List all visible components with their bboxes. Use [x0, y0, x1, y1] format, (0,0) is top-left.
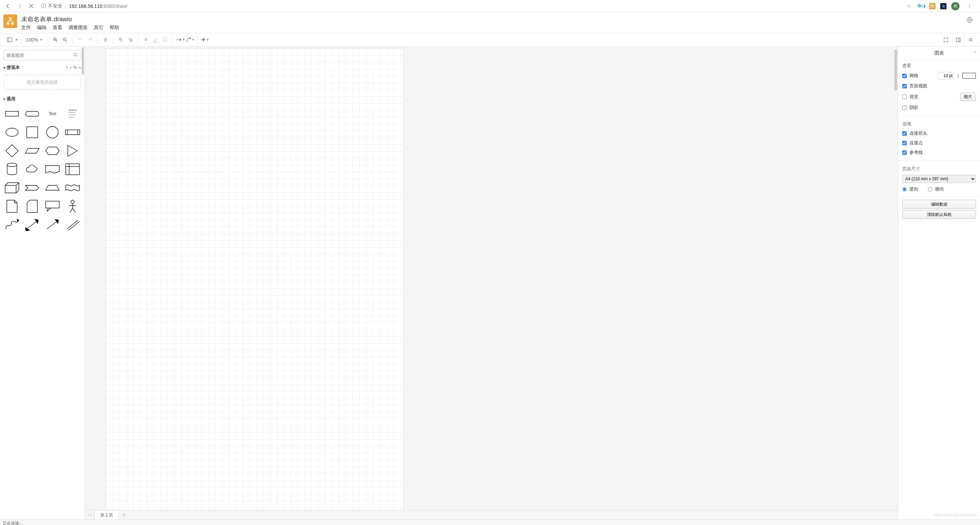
delete-button[interactable]: [101, 35, 110, 45]
shape-trapezoid[interactable]: [43, 180, 62, 195]
grid-step-up[interactable]: ▲: [957, 73, 959, 76]
format-panel-toggle[interactable]: [953, 35, 963, 45]
fill-color-button[interactable]: [141, 35, 151, 45]
zoom-in-button[interactable]: [51, 35, 60, 45]
collapse-button[interactable]: [966, 35, 975, 45]
guides-checkbox[interactable]: [902, 150, 907, 155]
app-logo-icon[interactable]: [3, 14, 17, 28]
shape-cube[interactable]: [3, 180, 21, 195]
bookmark-star-icon[interactable]: ☆: [904, 1, 914, 11]
shape-callout[interactable]: [43, 199, 62, 214]
shape-diamond[interactable]: [3, 143, 21, 158]
to-back-button[interactable]: [126, 35, 135, 45]
document-title[interactable]: 未命名表单.drawio: [21, 14, 119, 25]
nav-forward-button[interactable]: [14, 1, 25, 11]
landscape-radio[interactable]: [928, 187, 932, 191]
pages-menu-button[interactable]: ⋯: [85, 512, 94, 517]
scratchpad-dropzone[interactable]: 把元素拖至此处: [3, 75, 81, 90]
scratchpad-add-icon[interactable]: +: [70, 65, 72, 70]
shape-document[interactable]: [43, 162, 62, 177]
shape-process[interactable]: [64, 125, 82, 140]
connection-points-checkbox[interactable]: [902, 141, 907, 145]
waypoint-style-button[interactable]: ▼: [185, 35, 195, 45]
shape-card[interactable]: [23, 199, 41, 214]
format-panel-close-icon[interactable]: ×: [974, 49, 977, 55]
nav-back-button[interactable]: [3, 1, 13, 11]
shape-directional-arrow[interactable]: [43, 217, 62, 232]
add-page-button[interactable]: +: [119, 512, 129, 517]
zoom-out-button[interactable]: [60, 35, 70, 45]
scratchpad-edit-icon[interactable]: ✎: [73, 65, 77, 70]
portrait-radio[interactable]: [902, 187, 907, 191]
page-tab-1[interactable]: 第 1 页: [94, 510, 119, 520]
shape-link[interactable]: [64, 217, 82, 232]
shadow-button[interactable]: [160, 35, 170, 45]
shape-cylinder[interactable]: [3, 162, 21, 177]
menu-extras[interactable]: 其它: [94, 25, 103, 31]
shape-bidirectional-arrow[interactable]: [23, 217, 41, 232]
shape-rounded-rectangle[interactable]: [23, 106, 41, 121]
insert-button[interactable]: +▼: [200, 35, 210, 45]
shape-textbox[interactable]: Heading━━━━━━━━━━━━━━: [64, 106, 82, 121]
shape-internal-storage[interactable]: [64, 162, 82, 177]
page-view-checkbox[interactable]: [902, 84, 907, 88]
shape-step[interactable]: [23, 180, 41, 195]
shape-rectangle[interactable]: [3, 106, 21, 121]
shape-ellipse[interactable]: [3, 125, 21, 140]
grid-color-swatch[interactable]: [962, 73, 976, 79]
grid-checkbox[interactable]: [902, 74, 907, 78]
sidebar-scrollbar[interactable]: [81, 46, 84, 520]
drawing-page[interactable]: [105, 48, 403, 520]
search-icon[interactable]: [73, 53, 78, 58]
shape-square[interactable]: [23, 125, 41, 140]
view-dropdown-button[interactable]: [5, 35, 14, 45]
shape-search-box[interactable]: [3, 50, 81, 60]
line-color-button[interactable]: [151, 35, 160, 45]
canvas-vertical-scrollbar[interactable]: [894, 49, 897, 91]
grid-size-input[interactable]: [938, 72, 954, 80]
undo-button[interactable]: [76, 35, 85, 45]
shape-parallelogram[interactable]: [23, 143, 41, 158]
menu-file[interactable]: 文件: [21, 25, 31, 31]
chevron-down-icon[interactable]: ▼: [15, 38, 18, 41]
edit-data-button[interactable]: 编辑数据: [902, 200, 976, 209]
shape-circle[interactable]: [43, 125, 62, 140]
menu-help[interactable]: 帮助: [110, 25, 119, 31]
menu-view[interactable]: 查看: [53, 25, 62, 31]
shape-actor[interactable]: [64, 199, 82, 214]
extension-icon-3[interactable]: ▣: [940, 3, 947, 9]
clear-default-style-button[interactable]: 清除默认风格: [902, 210, 976, 219]
fullscreen-button[interactable]: [941, 35, 951, 45]
page-size-select[interactable]: A4 (210 mm x 297 mm): [902, 175, 976, 183]
menu-edit[interactable]: 编辑: [37, 25, 46, 31]
menu-arrange[interactable]: 调整图形: [68, 25, 88, 31]
scratchpad-help-icon[interactable]: ?: [65, 65, 68, 70]
shape-curve[interactable]: [3, 217, 21, 232]
background-image-button[interactable]: 图片: [960, 93, 976, 101]
scratchpad-close-icon[interactable]: ×: [78, 65, 81, 70]
search-input[interactable]: [6, 53, 73, 58]
shape-note[interactable]: [3, 199, 21, 214]
shape-triangle[interactable]: [64, 143, 82, 158]
shape-text[interactable]: Text: [43, 106, 62, 121]
language-globe-icon[interactable]: [963, 14, 977, 26]
general-shapes-header[interactable]: ▾ 通用: [0, 94, 84, 104]
profile-avatar[interactable]: 然: [951, 2, 959, 10]
background-checkbox[interactable]: [902, 94, 907, 99]
address-bar[interactable]: ⓘ 不安全 | 192.168.56.110:8080/draw/: [38, 2, 903, 11]
shadow-checkbox[interactable]: [902, 105, 907, 110]
to-front-button[interactable]: [116, 35, 126, 45]
scratchpad-header[interactable]: ▾ 便笺本 ? + ✎ ×: [0, 62, 84, 73]
shape-hexagon[interactable]: [43, 143, 62, 158]
grid-step-down[interactable]: ▼: [957, 76, 959, 78]
zoom-dropdown[interactable]: 100%▼: [24, 37, 45, 43]
shape-tape[interactable]: [64, 180, 82, 195]
extension-icon-1[interactable]: �◑: [918, 3, 924, 9]
nav-stop-button[interactable]: [26, 1, 36, 11]
redo-button[interactable]: [85, 35, 95, 45]
extension-icon-2[interactable]: 田: [929, 3, 935, 9]
connection-style-button[interactable]: ▼: [176, 35, 185, 45]
shape-cloud[interactable]: [23, 162, 41, 177]
browser-menu-icon[interactable]: ⋮: [964, 1, 975, 11]
canvas[interactable]: ⋯ 第 1 页 +: [85, 46, 898, 520]
